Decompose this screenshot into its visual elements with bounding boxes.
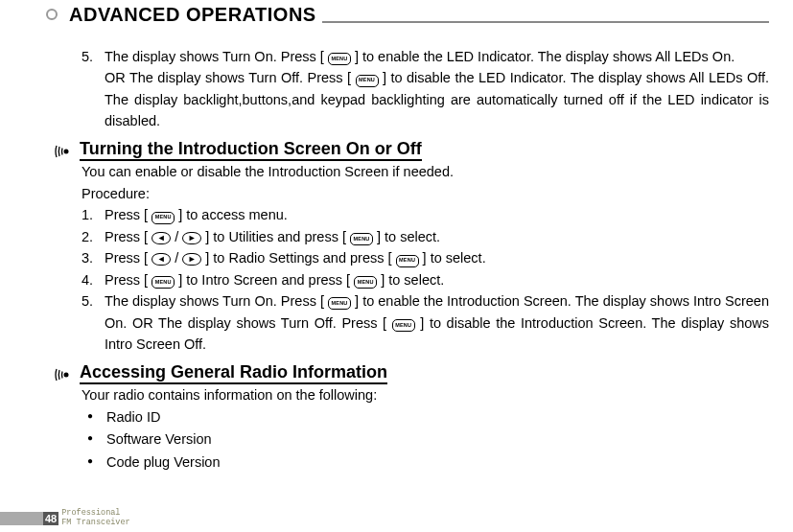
- item-number: 1.: [82, 204, 105, 225]
- text: The display shows Turn On. Press [: [105, 49, 328, 64]
- menu-key-icon: MENU: [350, 233, 373, 245]
- list-item: 5. The display shows Turn On. Press [ ME…: [82, 46, 769, 132]
- text: ] to Utilities and press [: [201, 229, 350, 244]
- item-number: 2.: [82, 226, 105, 247]
- item-body: Press [ ◄ / ► ] to Radio Settings and pr…: [105, 247, 769, 268]
- list-item: 2. Press [ ◄ / ► ] to Utilities and pres…: [82, 226, 769, 247]
- text: /: [171, 229, 182, 244]
- text: ] to select.: [419, 250, 486, 266]
- right-arrow-key-icon: ►: [182, 232, 201, 244]
- list-item: Radio ID: [82, 406, 769, 429]
- menu-key-icon: MENU: [328, 53, 351, 65]
- section-heading: Turning the Introduction Screen On or Of…: [55, 138, 769, 162]
- left-arrow-key-icon: ◄: [152, 253, 171, 266]
- text: ] to enable the LED Indicator. The displ…: [351, 49, 735, 64]
- text: ] to Intro Screen and press [: [175, 272, 354, 288]
- item-number: 5.: [82, 46, 105, 132]
- menu-key-icon: MENU: [152, 276, 175, 289]
- page-title: ADVANCED OPERATIONS: [69, 4, 316, 25]
- broadcast-icon: [55, 367, 74, 382]
- page-footer: 48 Professional FM Transceiver: [0, 509, 130, 527]
- page-number: 48: [43, 512, 58, 525]
- text: ] to select.: [373, 229, 440, 244]
- menu-key-icon: MENU: [328, 297, 351, 310]
- text: The display shows Turn On. Press [: [105, 293, 328, 309]
- item-body: Press [ MENU ] to Intro Screen and press…: [105, 269, 769, 290]
- text: ] to Radio Settings and press [: [201, 250, 395, 266]
- header-rule: [322, 21, 769, 23]
- list-item: 4. Press [ MENU ] to Intro Screen and pr…: [82, 269, 769, 290]
- section-title: Accessing General Radio Information: [80, 361, 387, 385]
- list-item: 3. Press [ ◄ / ► ] to Radio Settings and…: [82, 247, 769, 268]
- item-body: The display shows Turn On. Press [ MENU …: [105, 290, 769, 355]
- right-arrow-key-icon: ►: [182, 253, 201, 266]
- item-body: Press [ MENU ] to access menu.: [105, 204, 769, 225]
- item-number: 5.: [82, 290, 105, 355]
- text: Press [: [105, 207, 152, 222]
- header-bullet-icon: [46, 9, 58, 20]
- menu-key-icon: MENU: [392, 319, 415, 332]
- list-item: 1. Press [ MENU ] to access menu.: [82, 204, 769, 225]
- list-item: Code plug Version: [82, 451, 769, 474]
- paragraph: You can enable or disable the Introducti…: [82, 161, 769, 182]
- svg-point-0: [64, 150, 69, 154]
- document-body: 5. The display shows Turn On. Press [ ME…: [0, 25, 793, 474]
- menu-key-icon: MENU: [356, 75, 379, 87]
- text: ] to access menu.: [175, 207, 288, 222]
- menu-key-icon: MENU: [354, 276, 377, 289]
- text: Press [: [105, 229, 152, 244]
- page-header: ADVANCED OPERATIONS: [46, 4, 769, 25]
- menu-key-icon: MENU: [152, 212, 175, 224]
- item-number: 4.: [82, 269, 105, 290]
- text: Press [: [105, 250, 152, 266]
- menu-key-icon: MENU: [396, 255, 419, 267]
- text: Press [: [105, 272, 152, 288]
- item-number: 3.: [82, 247, 105, 268]
- left-arrow-key-icon: ◄: [152, 232, 171, 244]
- footer-bar: [0, 512, 43, 525]
- bullet-list: Radio ID Software Version Code plug Vers…: [82, 406, 769, 475]
- list-item: Software Version: [82, 428, 769, 451]
- list-item: 5. The display shows Turn On. Press [ ME…: [82, 290, 769, 355]
- svg-point-1: [64, 373, 69, 378]
- footer-line: FM Transceiver: [61, 519, 129, 527]
- broadcast-icon: [55, 144, 74, 159]
- text: /: [171, 250, 182, 266]
- footer-text: Professional FM Transceiver: [61, 509, 129, 527]
- paragraph: Procedure:: [82, 183, 769, 204]
- text: ] to select.: [377, 272, 444, 288]
- paragraph: Your radio contains information on the f…: [82, 384, 769, 405]
- item-body: Press [ ◄ / ► ] to Utilities and press […: [105, 226, 769, 247]
- text: OR The display shows Turn Off. Press [: [105, 70, 356, 85]
- item-body: The display shows Turn On. Press [ MENU …: [105, 46, 769, 132]
- section-title: Turning the Introduction Screen On or Of…: [80, 138, 422, 162]
- section-heading: Accessing General Radio Information: [55, 361, 769, 385]
